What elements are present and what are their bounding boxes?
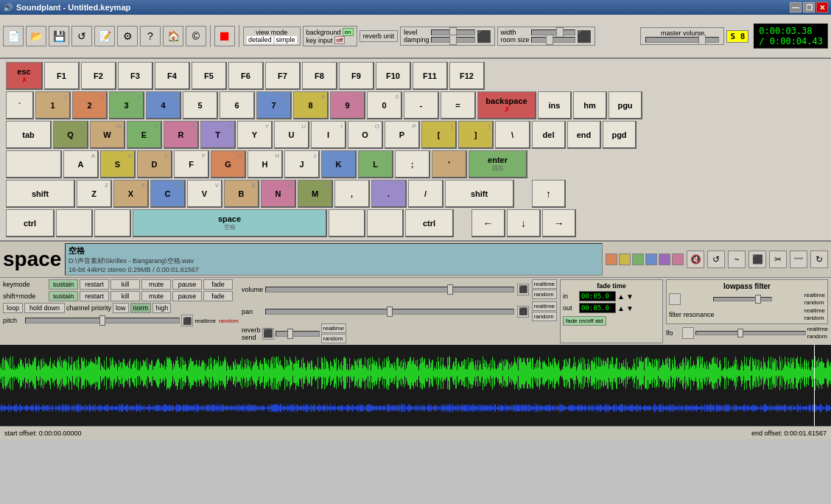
key-equals[interactable]: =: [441, 91, 476, 119]
view-simple-btn[interactable]: simple: [275, 36, 297, 43]
key-z[interactable]: Z Z: [77, 180, 112, 208]
key-y[interactable]: Y Y: [237, 121, 273, 149]
help-button[interactable]: ?: [140, 26, 161, 46]
swatch-3[interactable]: [632, 253, 644, 265]
open-button[interactable]: 📂: [26, 26, 46, 46]
stop-button[interactable]: ⏹: [214, 26, 235, 46]
key-win-right[interactable]: [329, 209, 365, 237]
key-o[interactable]: O O: [348, 121, 383, 149]
new-button[interactable]: 📄: [3, 26, 24, 46]
key-shift-right[interactable]: shift: [445, 180, 514, 208]
reverb-send-btn[interactable]: ⬛: [262, 328, 274, 340]
key-6[interactable]: 6: [220, 91, 255, 119]
pan-realtime-btn[interactable]: realtime: [532, 301, 557, 311]
volume-reset-btn[interactable]: ⬛: [517, 284, 529, 295]
key-n[interactable]: N N: [261, 180, 296, 208]
key-u[interactable]: U U: [274, 121, 309, 149]
shiftmode-kill-btn[interactable]: kill: [111, 291, 140, 301]
key-k[interactable]: K K: [321, 150, 357, 178]
key-1[interactable]: 1 1: [35, 91, 71, 119]
volume-realtime-btn[interactable]: realtime: [532, 279, 557, 289]
key-j[interactable]: J J: [284, 150, 320, 178]
fade-in-up-btn[interactable]: ▲: [617, 293, 625, 301]
key-h[interactable]: H H: [248, 150, 283, 178]
loop-button[interactable]: loop: [3, 303, 23, 313]
lfo-btn[interactable]: [682, 327, 694, 339]
shiftmode-fade-btn[interactable]: fade: [203, 291, 233, 301]
swatch-2[interactable]: [619, 253, 631, 265]
key-win-left[interactable]: [94, 209, 131, 237]
cp-high-btn[interactable]: high: [152, 303, 171, 313]
eq-btn[interactable]: ⬛: [748, 251, 766, 268]
fade-in-input[interactable]: [579, 291, 616, 301]
close-button[interactable]: ✕: [816, 2, 828, 13]
key-q[interactable]: Q Q: [53, 121, 88, 149]
key-8[interactable]: 8 8: [293, 91, 329, 119]
refresh-btn[interactable]: ↻: [810, 251, 828, 268]
keymode-kill-btn[interactable]: kill: [111, 279, 140, 290]
swatch-1[interactable]: [606, 253, 617, 265]
key-f3[interactable]: F3: [118, 62, 153, 90]
key-0[interactable]: 0 0: [367, 91, 402, 119]
save-button[interactable]: 💾: [49, 26, 69, 46]
loop-mini-btn[interactable]: ↺: [707, 251, 725, 268]
fade-toggle-btn[interactable]: fade on/off aid: [563, 316, 606, 326]
fade-out-up-btn[interactable]: ▲: [617, 304, 625, 312]
key-pgu[interactable]: pgu: [609, 91, 642, 119]
pan-reset-btn[interactable]: ⬛: [517, 306, 529, 318]
key-5[interactable]: 5: [183, 91, 218, 119]
key-c[interactable]: C C: [150, 180, 186, 208]
notes-button[interactable]: 📝: [94, 26, 115, 46]
filter-cutoff-btn[interactable]: [669, 293, 681, 305]
key-slash[interactable]: /: [408, 180, 443, 208]
copyright-button[interactable]: ©: [186, 26, 206, 46]
pitch-slider[interactable]: [25, 318, 180, 323]
key-right[interactable]: →: [542, 209, 576, 237]
key-backtick[interactable]: `: [6, 91, 34, 119]
master-volume-slider[interactable]: [645, 37, 719, 43]
key-down[interactable]: ↓: [507, 209, 541, 237]
key-rbracket[interactable]: ] ]: [458, 121, 494, 149]
key-i[interactable]: I I: [311, 121, 346, 149]
key-f11[interactable]: F11: [413, 62, 448, 90]
key-hm[interactable]: hm: [573, 91, 607, 119]
key-ctrl-left[interactable]: ctrl: [6, 209, 55, 237]
keymode-sustain-btn[interactable]: sustain: [49, 279, 78, 290]
key-del[interactable]: del: [532, 121, 566, 149]
key-quote[interactable]: ': [432, 150, 467, 178]
key-f[interactable]: F F: [174, 150, 209, 178]
reverb-random-btn[interactable]: random: [321, 334, 346, 343]
key-t[interactable]: T T: [200, 121, 236, 149]
key-p[interactable]: P P: [385, 121, 420, 149]
key-e[interactable]: E E: [127, 121, 162, 149]
bg-key-off-button[interactable]: off: [334, 36, 346, 44]
level-reset-btn[interactable]: ⬛: [477, 29, 491, 43]
key-3[interactable]: 3 3: [109, 91, 144, 119]
keymode-pause-btn[interactable]: pause: [172, 279, 202, 290]
settings-button[interactable]: ⚙: [117, 26, 138, 46]
key-up[interactable]: ↑: [532, 180, 566, 208]
key-ctrl-right[interactable]: ctrl: [405, 209, 454, 237]
key-w[interactable]: W W: [90, 121, 125, 149]
key-f4[interactable]: F4: [155, 62, 190, 90]
pan-random-btn[interactable]: random: [532, 312, 557, 321]
key-backspace[interactable]: backspace ✗: [477, 91, 536, 119]
key-left[interactable]: ←: [471, 209, 505, 237]
key-r[interactable]: R R: [164, 121, 199, 149]
keymode-restart-btn[interactable]: restart: [80, 279, 109, 290]
pitch-reset-btn[interactable]: ⬛: [181, 315, 193, 326]
fade-mini-btn[interactable]: ~: [728, 251, 746, 268]
key-end[interactable]: end: [567, 121, 601, 149]
key-f6[interactable]: F6: [228, 62, 264, 90]
fade-in-down-btn[interactable]: ▼: [626, 293, 634, 301]
key-capslock[interactable]: [6, 150, 62, 178]
room-size-slider[interactable]: [531, 37, 575, 43]
reload-button[interactable]: ↺: [71, 26, 92, 46]
key-alt-left[interactable]: [56, 209, 93, 237]
keymode-mute-btn[interactable]: mute: [141, 279, 171, 290]
shiftmode-pause-btn[interactable]: pause: [172, 291, 202, 301]
key-semicolon[interactable]: ;: [395, 150, 430, 178]
key-7[interactable]: 7 7: [256, 91, 292, 119]
keymode-fade-btn[interactable]: fade: [203, 279, 233, 290]
filter-cutoff-slider[interactable]: [713, 297, 772, 301]
